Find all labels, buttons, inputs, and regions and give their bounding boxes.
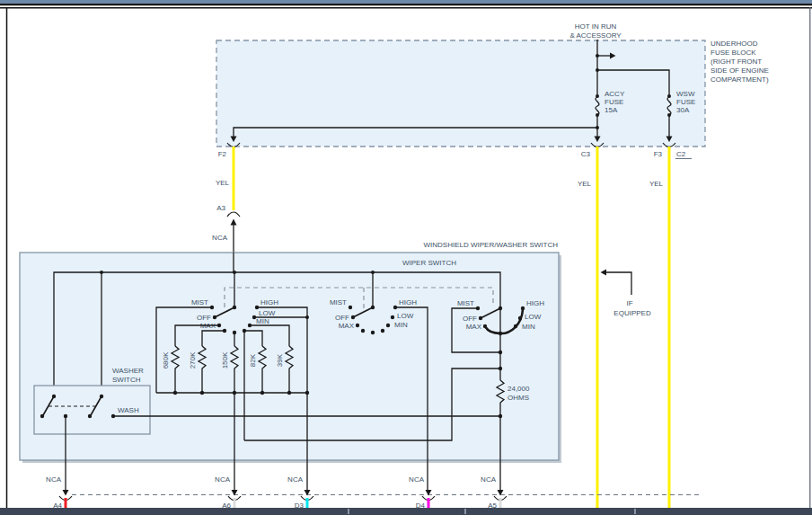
pin-label-c3: C3 (581, 150, 591, 158)
wiper-washer-switch: WINDSHIELD WIPER/WASHER SWITCH WIPER SWI… (20, 241, 561, 491)
yellow-feed-wires: YEL YEL (578, 147, 669, 509)
wafer1-pos-high: HIGH (260, 298, 278, 306)
wire-color-label-yel-2: YEL (578, 180, 592, 188)
accy-fuse-name: ACCY (605, 90, 625, 98)
fuse-block: HOT IN RUN & ACCESSORY UNDERHOOD FUSE BL… (216, 22, 769, 159)
wire-label-nca-d3: NCA (287, 475, 304, 484)
bottom-connector-row: NCA A4 NCA A6 NCA D3 NCA D4 (46, 475, 699, 510)
wafer2-pos-max: MAX (339, 322, 355, 330)
resistor-label-82k: 82K (249, 353, 257, 367)
resistor-24k-label2: OHMS (508, 394, 529, 402)
washer-switch-title1: WASHER (112, 367, 144, 375)
wafer2-pos-off: OFF (335, 314, 349, 322)
fuse-block-name-5: COMPARTMENT) (710, 75, 769, 84)
wafer3-pos-high: HIGH (526, 299, 544, 307)
wiring-diagram-canvas: HOT IN RUN & ACCESSORY UNDERHOOD FUSE BL… (0, 0, 812, 515)
a3-connector-symbol (227, 212, 240, 217)
fuse-block-box (216, 40, 705, 147)
wafer2-pos-low: LOW (397, 312, 414, 320)
resistor-label-39k: 39K (276, 353, 284, 367)
if-equipped-label1: IF (626, 299, 632, 307)
resistor-label-150k: 150K (221, 351, 229, 368)
wire-color-label-yel-3: YEL (649, 180, 664, 188)
left-feed-drop: YEL A3 NCA (212, 147, 240, 253)
pin-label-a3: A3 (216, 204, 225, 212)
fuse-block-name-3: (RIGHT FRONT (710, 58, 762, 66)
accy-fuse-rating: 15A (605, 106, 618, 114)
wafer2-pos-high: HIGH (399, 298, 417, 306)
washer-switch-title2: SWITCH (112, 376, 141, 384)
wafer1-pos-low: LOW (259, 309, 276, 317)
wafer3-pos-off: OFF (463, 315, 477, 323)
wiring-diagram-window: HOT IN RUN & ACCESSORY UNDERHOOD FUSE BL… (0, 0, 812, 515)
if-equipped-callout: IF EQUIPPED (601, 270, 651, 318)
wafer3-pos-low: LOW (525, 313, 542, 321)
fuse-block-name-4: SIDE OF ENGINE (710, 67, 769, 75)
wire-label-nca-a5: NCA (481, 475, 497, 484)
bottom-pin-d3: NCA D3 (287, 475, 313, 510)
wafer2-pos-mist: MIST (330, 298, 347, 306)
bottom-status-bar (0, 508, 812, 515)
fuse-block-name-2: FUSE BLOCK (710, 49, 756, 57)
wash-label: WASH (118, 406, 139, 414)
switch-box-title: WINDSHIELD WIPER/WASHER SWITCH (424, 241, 559, 249)
bottom-pin-d4: NCA D4 (409, 475, 435, 510)
wire-label-nca-a6: NCA (215, 475, 231, 484)
power-source-label: HOT IN RUN (575, 22, 617, 31)
wsw-fuse-rating: 30A (676, 106, 690, 114)
wafer3-pos-max: MAX (466, 323, 482, 331)
fuse-block-name-1: UNDERHOOD (710, 40, 758, 48)
wafer2-pos-min: MIN (394, 321, 408, 329)
wafer3-pos-min: MIN (522, 323, 535, 331)
wsw-fuse-name: WSW (676, 90, 695, 98)
bottom-bar (0, 508, 812, 515)
wafer3-pos-mist: MIST (457, 299, 474, 307)
bottom-pin-a6: NCA A6 (215, 475, 241, 510)
wire-label-nca-top: NCA (212, 234, 228, 242)
wire-color-label-yel-1: YEL (216, 179, 230, 187)
bottom-pin-a4: NCA A4 (46, 475, 72, 510)
resistor-label-270k: 270K (189, 351, 197, 368)
accy-fuse-type: FUSE (605, 98, 623, 106)
pin-label-f2: F2 (218, 150, 227, 158)
wafer1-pos-min: MIN (256, 317, 269, 325)
resistor-label-680k: 680K (162, 351, 170, 368)
wafer1-pos-mist: MIST (191, 298, 208, 306)
wire-label-nca-a4: NCA (46, 475, 62, 484)
wafer1-pos-off: OFF (197, 314, 211, 322)
resistor-24k-label1: 24,000 (508, 385, 530, 393)
top-toolbar-bar (0, 0, 812, 4)
power-source-label2: & ACCESSORY (569, 31, 622, 40)
bottom-pin-a5: NCA A5 (481, 475, 507, 510)
pin-label-f3: F3 (654, 150, 663, 158)
if-equipped-label2: EQUIPPED (613, 309, 651, 317)
wire-label-nca-d4: NCA (409, 475, 425, 484)
pin-label-c2: C2 (676, 150, 686, 158)
wsw-fuse-type: FUSE (676, 98, 695, 106)
wiper-switch-title: WIPER SWITCH (402, 259, 456, 267)
